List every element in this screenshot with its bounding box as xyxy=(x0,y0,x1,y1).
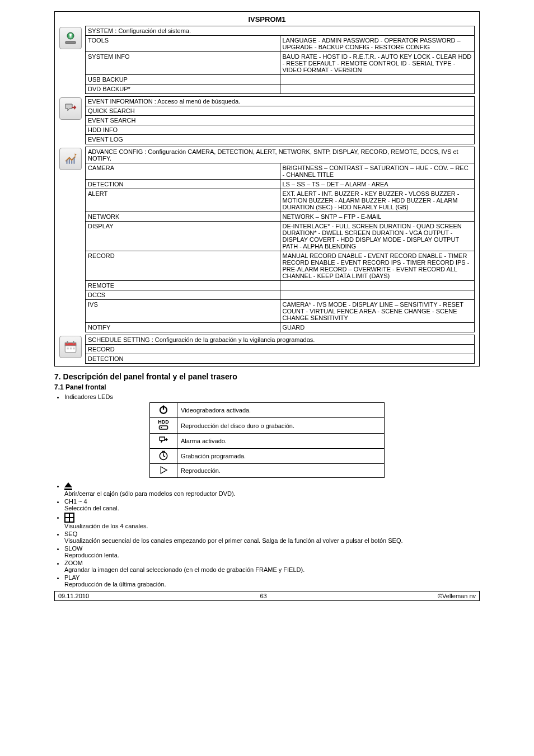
bullet-head: PLAY xyxy=(64,574,79,581)
bullet-text: Abrir/cerrar el cajón (sólo para modelos… xyxy=(64,490,236,497)
row-label: DISPLAY xyxy=(86,222,280,251)
document-frame: IVSPROM1 SYSTEM : Configuración del sist… xyxy=(54,11,480,367)
doc-title: IVSPROM1 xyxy=(59,15,475,24)
row-value: CAMERA* - IVS MODE - DISPLAY LINE – SENS… xyxy=(280,300,475,323)
advance-section: ADVANCE CONFIG : Configuración CAMERA, D… xyxy=(59,147,475,332)
page-footer: 09.11.2010 63 ©Velleman nv xyxy=(54,591,480,601)
advance-icon xyxy=(59,148,82,170)
svg-rect-1 xyxy=(69,34,72,36)
row-label: TOOLS xyxy=(86,36,280,52)
bullet-text: Agrandar la imagen del canal seleccionad… xyxy=(64,566,305,573)
led-desc: Videograbadora activada. xyxy=(177,403,385,418)
system-icon xyxy=(59,27,82,49)
led-table: Videograbadora activada. HDD Reproducció… xyxy=(149,402,385,478)
row-label: DCCS xyxy=(86,290,280,300)
eject-icon xyxy=(64,482,72,490)
row-label: DETECTION xyxy=(86,180,280,189)
row-label: SYSTEM INFO xyxy=(86,52,280,75)
event-icon xyxy=(59,97,82,120)
power-icon xyxy=(150,403,177,418)
bullet-text: Selección del canal. xyxy=(64,505,119,511)
svg-rect-12 xyxy=(163,406,164,410)
event-line: EVENT SEARCH xyxy=(86,116,475,125)
hdd-icon: HDD xyxy=(150,418,177,434)
svg-rect-2 xyxy=(69,36,72,37)
event-line: HDD INFO xyxy=(86,125,475,135)
led-desc: Reproducción. xyxy=(177,464,385,478)
row-label: IVS xyxy=(86,300,280,323)
row-label: CAMERA xyxy=(86,163,280,180)
event-section: EVENT INFORMATION : Acceso al menú de bú… xyxy=(59,96,475,144)
event-line: QUICK SEARCH xyxy=(86,106,475,116)
svg-rect-7 xyxy=(73,341,74,344)
advance-header: ADVANCE CONFIG : Configuración CAMERA, D… xyxy=(86,147,475,163)
led-intro: Indicadores LEDs xyxy=(64,393,480,400)
schedule-section: SCHEDULE SETTING : Configuración de la g… xyxy=(59,335,475,364)
svg-rect-13 xyxy=(160,426,168,429)
led-desc: Reproducción del disco duro o grabación. xyxy=(177,418,385,434)
section-7-heading: 7. Descripción del panel frontal y el pa… xyxy=(54,372,480,381)
row-label: USB BACKUP xyxy=(86,75,280,84)
bullet-text: Reproducción de la última grabación. xyxy=(64,581,166,588)
schedule-row: RECORD xyxy=(86,345,475,354)
footer-copyright: ©Velleman nv xyxy=(438,593,476,599)
row-value xyxy=(280,84,475,94)
svg-rect-3 xyxy=(65,41,76,44)
led-desc: Alarma activado. xyxy=(177,434,385,449)
row-value xyxy=(280,290,475,300)
section-7-1-heading: 7.1 Panel frontal xyxy=(54,383,480,391)
alarm-icon xyxy=(150,434,177,449)
play-icon xyxy=(150,464,177,478)
quad-icon xyxy=(64,513,74,523)
system-header: SYSTEM : Configuración del sistema. xyxy=(86,26,475,36)
bullet-head: SLOW xyxy=(64,545,82,552)
event-line: EVENT LOG xyxy=(86,135,475,144)
row-value: DE-INTERLACE* - FULL SCREEN DURATION - Q… xyxy=(280,222,475,251)
bullet-text: Visualización secuencial de los canales … xyxy=(64,537,403,544)
schedule-row: DETECTION xyxy=(86,354,475,364)
row-value: BAUD RATE - HOST ID - R.E.T.R. - AUTO KE… xyxy=(280,52,475,75)
event-header: EVENT INFORMATION : Acceso al menú de bú… xyxy=(86,97,475,106)
front-panel-list: Abrir/cerrar el cajón (sólo para modelos… xyxy=(64,482,480,588)
svg-rect-9 xyxy=(70,348,72,349)
row-value: BRIGHTNESS – CONTRAST – SATURATION – HUE… xyxy=(280,163,475,180)
timer-icon xyxy=(150,449,177,464)
row-value: MANUAL RECORD ENABLE - EVENT RECORD ENAB… xyxy=(280,251,475,281)
row-value: LS – SS – TS – DET – ALARM - AREA xyxy=(280,180,475,189)
led-desc: Grabación programada. xyxy=(177,449,385,464)
row-value: NETWORK – SNTP – FTP - E-MAIL xyxy=(280,212,475,222)
svg-point-14 xyxy=(161,427,162,428)
bullet-head: SEQ xyxy=(64,530,77,537)
system-section: SYSTEM : Configuración del sistema. TOOL… xyxy=(59,26,475,94)
footer-page: 63 xyxy=(260,593,266,599)
row-label: NOTIFY xyxy=(86,323,280,332)
schedule-icon xyxy=(59,336,82,358)
schedule-header: SCHEDULE SETTING : Configuración de la g… xyxy=(86,335,475,345)
bullet-head: ZOOM xyxy=(64,560,83,566)
row-value: LANGUAGE - ADMIN PASSWORD - OPERATOR PAS… xyxy=(280,36,475,52)
row-label: ALERT xyxy=(86,189,280,212)
bullet-head: CH1 ~ 4 xyxy=(64,498,87,505)
row-value xyxy=(280,281,475,290)
row-label: NETWORK xyxy=(86,212,280,222)
footer-date: 09.11.2010 xyxy=(58,593,89,599)
row-value: GUARD xyxy=(280,323,475,332)
bullet-text: Visualización de los 4 canales. xyxy=(64,523,148,529)
bullet-text: Reproducción lenta. xyxy=(64,552,119,558)
row-label: DVD BACKUP* xyxy=(86,84,280,94)
svg-rect-5 xyxy=(65,342,76,345)
row-value xyxy=(280,75,475,84)
svg-rect-10 xyxy=(73,348,74,349)
row-label: REMOTE xyxy=(86,281,280,290)
svg-rect-8 xyxy=(67,348,69,349)
row-label: RECORD xyxy=(86,251,280,281)
svg-rect-6 xyxy=(67,341,68,344)
row-value: EXT. ALERT - INT. BUZZER - KEY BUZZER - … xyxy=(280,189,475,212)
